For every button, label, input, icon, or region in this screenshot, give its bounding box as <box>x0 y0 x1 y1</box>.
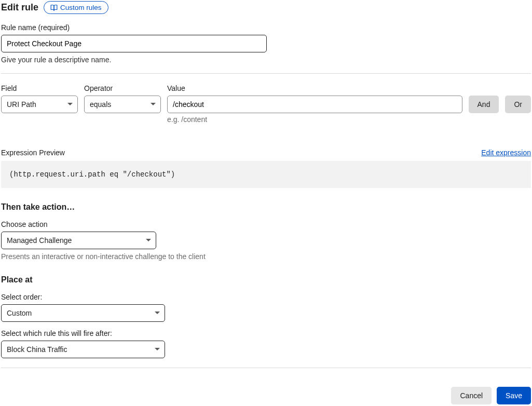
expression-preview-label: Expression Preview <box>1 148 65 157</box>
order-value: Custom <box>7 309 32 317</box>
action-select[interactable]: Managed Challenge <box>1 232 156 249</box>
choose-action-label: Choose action <box>1 220 531 228</box>
fire-after-label: Select which rule this will fire after: <box>1 329 531 337</box>
or-button[interactable]: Or <box>505 96 531 113</box>
place-at-title: Place at <box>1 275 531 285</box>
operator-select[interactable]: equals <box>84 96 161 113</box>
book-icon <box>50 4 58 11</box>
edit-expression-link[interactable]: Edit expression <box>481 148 531 157</box>
badge-label: Custom rules <box>60 4 102 11</box>
operator-value: equals <box>90 100 111 109</box>
field-label: Field <box>1 84 78 92</box>
field-select[interactable]: URI Path <box>1 96 78 113</box>
expression-preview: (http.request.uri.path eq "/checkout") <box>1 161 531 188</box>
and-button[interactable]: And <box>469 96 499 113</box>
order-select[interactable]: Custom <box>1 304 165 322</box>
fire-after-value: Block China Traffic <box>7 345 67 354</box>
rule-name-label: Rule name (required) <box>1 23 531 32</box>
field-value: URI Path <box>7 100 36 109</box>
value-hint: e.g. /content <box>167 115 462 124</box>
fire-after-select[interactable]: Block China Traffic <box>1 341 165 358</box>
cancel-button[interactable]: Cancel <box>451 387 492 404</box>
action-value: Managed Challenge <box>7 236 72 245</box>
action-helper: Presents an interactive or non-interacti… <box>1 252 531 261</box>
select-order-label: Select order: <box>1 293 531 301</box>
divider <box>1 73 531 74</box>
divider <box>1 368 531 368</box>
custom-rules-badge[interactable]: Custom rules <box>44 1 108 14</box>
save-button[interactable]: Save <box>497 387 531 404</box>
rule-name-input[interactable] <box>1 35 267 52</box>
page-title: Edit rule <box>1 2 38 13</box>
then-take-action-title: Then take action… <box>1 202 531 212</box>
operator-label: Operator <box>84 84 161 92</box>
value-input[interactable] <box>167 96 462 113</box>
value-label: Value <box>167 84 462 92</box>
rule-name-helper: Give your rule a descriptive name. <box>1 56 531 64</box>
